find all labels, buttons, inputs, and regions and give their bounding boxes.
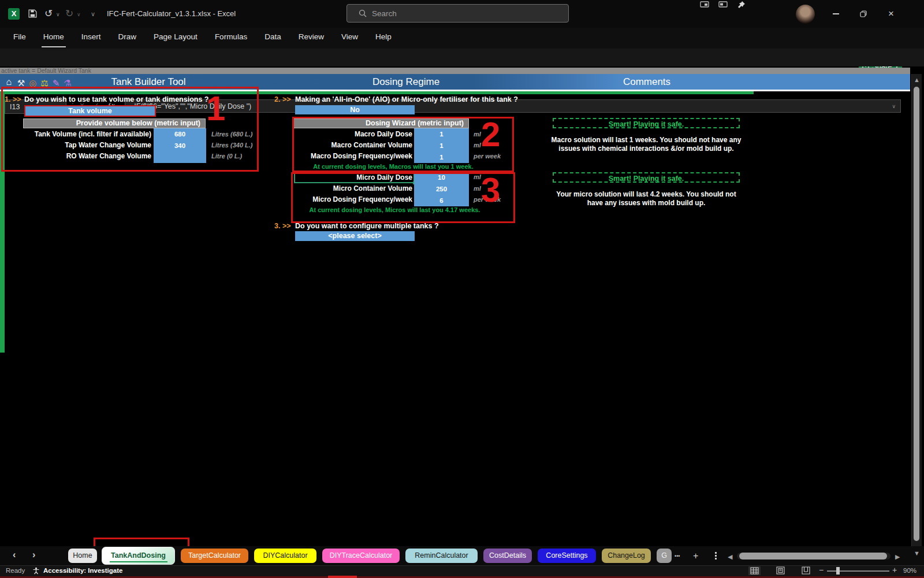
document-title: IFC-Fert-Calculator_v1.3.1.xlsx - Excel — [107, 0, 236, 28]
ribbon-tab-help[interactable]: Help — [374, 28, 393, 47]
scroll-up-icon[interactable]: ▲ — [914, 76, 920, 83]
save-icon[interactable] — [28, 9, 38, 18]
tap-water-input-cell[interactable]: 340 — [154, 140, 206, 151]
tank-volume-select-button[interactable]: Tank volume — [24, 105, 156, 117]
sheet-tab-targetcalculator[interactable]: TargetCalculator — [181, 549, 248, 563]
title-bar: X ↺ ∨ ↻ ∨ ∨ IFC-Fert-Calculator_v1.3.1.x… — [0, 0, 924, 28]
ribbon-tab-insert[interactable]: Insert — [80, 28, 103, 47]
macro-comment-body: Macro solution will last 1 weeks. You sh… — [551, 136, 742, 153]
micro-frequency-cell[interactable]: 6 — [414, 195, 469, 206]
micro-container-volume-cell[interactable]: 250 — [414, 183, 469, 195]
search-icon — [359, 9, 367, 17]
restore-button[interactable] — [850, 0, 877, 28]
question2-number: 2. >> — [274, 95, 291, 103]
zoom-in-icon[interactable]: + — [892, 565, 897, 576]
row-unit: per week — [474, 153, 501, 160]
sheet-tab-remincalculator[interactable]: ReminCalculator — [405, 549, 478, 563]
ribbon-tab-review[interactable]: Review — [297, 28, 326, 47]
environment-switch-icon[interactable] — [718, 1, 728, 9]
redo-dropdown-icon[interactable]: ∨ — [77, 12, 81, 17]
ribbon-tab-page-layout[interactable]: Page Layout — [152, 28, 199, 47]
ribbon-tab-data[interactable]: Data — [263, 28, 283, 47]
ribbon-tab-bar: File Home Insert Draw Page Layout Formul… — [0, 28, 924, 49]
zoom-level[interactable]: 90% — [903, 565, 916, 576]
row-unit: ml — [474, 142, 481, 149]
sheet-tab-diycalculator[interactable]: DIYCalculator — [254, 549, 316, 563]
redo-button[interactable]: ↻ — [65, 8, 73, 20]
zoom-out-icon[interactable]: − — [819, 565, 824, 576]
more-sheets-icon[interactable]: ••• — [675, 553, 680, 559]
close-icon[interactable]: × — [878, 0, 904, 28]
active-tab-underline — [110, 561, 167, 562]
macro-frequency-cell[interactable]: 1 — [414, 151, 469, 163]
accessibility-status[interactable]: Accessibility: Investigate — [43, 565, 122, 576]
flask-icon[interactable]: ⚗ — [64, 76, 71, 90]
sheet-tab-changelog[interactable]: ChangeLog — [602, 549, 651, 563]
row-label: Tap Water Change Volume — [23, 141, 151, 149]
ribbon-tab-draw[interactable]: Draw — [117, 28, 139, 47]
target-icon[interactable]: ◎ — [29, 76, 36, 90]
row-label: Micro Dosing Frequency/week — [277, 195, 412, 203]
tools-icon[interactable]: ⚒ — [17, 76, 25, 90]
active-tank-note-row: active tank = Default Wizard Tank — [0, 68, 910, 74]
sheet-nav-back-icon[interactable]: ‹ — [13, 550, 16, 560]
ribbon-tab-home[interactable]: Home — [42, 28, 66, 47]
sheet-tab-coresettings[interactable]: CoreSettings — [538, 549, 596, 563]
micro-daily-dose-cell[interactable]: 10 — [414, 172, 469, 183]
macro-daily-dose-cell[interactable]: 1 — [414, 128, 469, 140]
excel-app-icon[interactable]: X — [8, 8, 20, 20]
sheet-tab-tankanddosing[interactable]: TankAndDosing — [102, 547, 175, 565]
horizontal-scrollbar-thumb[interactable] — [739, 553, 887, 560]
ro-water-input-cell[interactable] — [154, 151, 206, 163]
micro-duration-note: At current dosing levels, Micros will la… — [295, 206, 494, 213]
multiple-tanks-select-button[interactable]: <please select> — [295, 231, 415, 241]
row-label: Micro Container Volume — [277, 184, 412, 192]
home-panel-icon[interactable]: ⌂panel — [5, 75, 13, 91]
page-layout-view-icon[interactable] — [776, 566, 785, 575]
present-in-meeting-icon[interactable] — [700, 1, 709, 9]
scroll-down-icon[interactable]: ▼ — [914, 550, 920, 557]
ribbon-tab-view[interactable]: View — [340, 28, 360, 47]
row-unit: Litres (340 L.) — [211, 142, 253, 149]
row-unit: Litres (680 L.) — [211, 131, 253, 138]
hscroll-left-icon[interactable]: ◀ — [728, 553, 732, 561]
ribbon-tab-file[interactable]: File — [12, 28, 28, 47]
status-ready: Ready — [6, 565, 25, 576]
sheet-tab-partial[interactable]: G — [657, 549, 672, 563]
pin-icon[interactable] — [737, 1, 746, 9]
sheet-tab-diytracecalculator[interactable]: DIYTraceCalculator — [322, 549, 400, 563]
undo-dropdown-icon[interactable]: ∨ — [56, 12, 60, 17]
sheet-nav-forward-icon[interactable]: › — [32, 550, 35, 560]
pen-icon[interactable]: ✎ — [53, 76, 60, 90]
row-unit: Litre (0 L.) — [211, 153, 242, 160]
search-input[interactable]: Search — [346, 4, 569, 23]
micro-comment-body: Your micro solution will last 4.2 weeks.… — [551, 190, 742, 207]
row-label: Macro Daily Dose — [277, 130, 412, 138]
quick-access-customize-icon[interactable]: ∨ — [91, 10, 95, 18]
undo-button[interactable]: ↺ — [44, 8, 53, 20]
hscroll-right-icon[interactable]: ▶ — [895, 553, 900, 561]
tank-volume-input-cell[interactable]: 680 — [154, 128, 206, 140]
normal-view-icon[interactable] — [748, 566, 761, 575]
sheet-toolbar-icons: ⌂panel ⚒ ◎ ⚖ ✎ ⚗ — [5, 75, 72, 91]
vertical-scrollbar-thumb[interactable] — [914, 87, 919, 541]
aio-select-button[interactable]: No — [295, 105, 415, 114]
row-label: Micro Daily Dose — [277, 173, 412, 181]
sheet-tab-costdetails[interactable]: CostDetails — [483, 549, 532, 563]
question3-number: 3. >> — [274, 222, 291, 230]
row-label: Tank Volume (incl. filter if available) — [23, 130, 151, 138]
tab-bar-menu-icon[interactable] — [715, 551, 717, 561]
minimize-button[interactable] — [822, 0, 849, 28]
new-sheet-icon[interactable]: + — [693, 551, 698, 561]
sheet-tab-home[interactable]: Home — [68, 549, 97, 563]
annotation-digit-2: 2 — [481, 117, 500, 152]
zoom-slider-thumb[interactable] — [836, 567, 840, 575]
page-break-preview-icon[interactable] — [802, 566, 810, 575]
scales-icon[interactable]: ⚖ — [40, 76, 48, 90]
header-green-rule — [0, 91, 754, 94]
user-avatar[interactable] — [796, 5, 815, 24]
ribbon-tab-formulas[interactable]: Formulas — [213, 28, 249, 47]
macro-container-volume-cell[interactable]: 1 — [414, 140, 469, 151]
formula-bar-expand-icon[interactable]: ∨ — [892, 103, 900, 109]
question1-number: 1. >> — [5, 95, 21, 103]
